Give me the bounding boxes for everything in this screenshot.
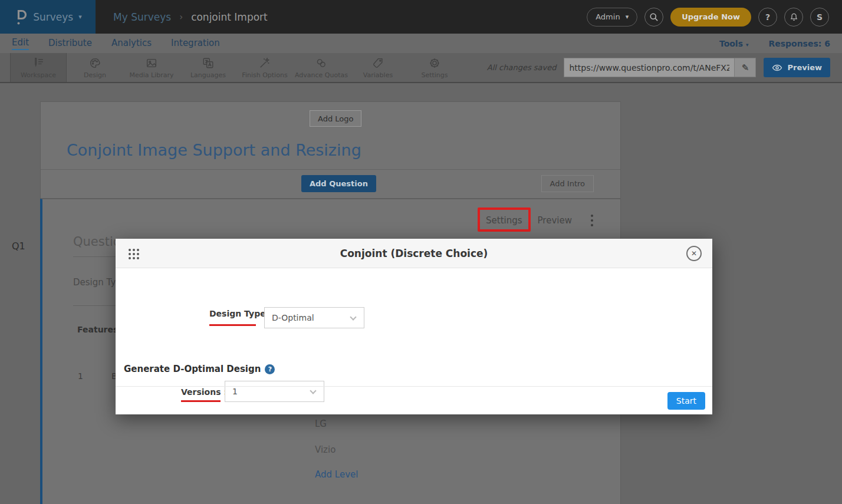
question-controls: Settings Preview xyxy=(486,213,597,228)
features-column-header: Features xyxy=(77,325,118,334)
toolbar-label: Finish Options xyxy=(242,71,287,79)
workspace-icon xyxy=(31,57,45,70)
tab-integration[interactable]: Integration xyxy=(171,38,220,50)
preview-label: Preview xyxy=(787,63,822,72)
breadcrumb-current: conjoint Import xyxy=(191,11,268,23)
toolbar-item-media-library[interactable]: Media Library xyxy=(123,53,180,82)
conjoint-settings-modal: Conjoint (Discrete Choice) ✕ Design Type… xyxy=(116,239,712,414)
search-button[interactable] xyxy=(644,8,663,27)
question-mark-icon: ? xyxy=(765,12,770,22)
modal-body: Design Type D-Optimal Generate D-Optimal… xyxy=(116,268,712,386)
search-icon xyxy=(649,12,659,22)
breadcrumb: My Surveys › conjoint Import xyxy=(113,11,268,23)
header-actions: Admin ▾ Upgrade Now ? xyxy=(587,8,842,27)
chevron-down-icon: ▾ xyxy=(78,13,82,21)
chevron-down-icon: ▾ xyxy=(626,13,629,21)
annotation-underline xyxy=(181,400,221,402)
design-icon xyxy=(88,57,102,70)
modal-header: Conjoint (Discrete Choice) ✕ xyxy=(116,239,712,268)
upgrade-label: Upgrade Now xyxy=(682,12,740,21)
toolbar-item-variables[interactable]: Variables xyxy=(350,53,406,82)
media-library-icon xyxy=(144,57,159,70)
tools-dropdown[interactable]: Tools ▾ xyxy=(719,39,748,48)
toolbar-item-advance-quotas[interactable]: Advance Quotas xyxy=(293,53,350,82)
level-item: LG xyxy=(315,419,327,429)
add-logo-button[interactable]: Add Logo xyxy=(310,110,361,127)
autosave-status: All changes saved xyxy=(487,63,557,72)
toolbar-label: Media Library xyxy=(130,71,174,79)
upgrade-now-button[interactable]: Upgrade Now xyxy=(670,8,751,27)
chevron-down-icon xyxy=(350,314,356,320)
start-label: Start xyxy=(676,396,696,406)
start-button[interactable]: Start xyxy=(667,392,705,410)
tab-distribute[interactable]: Distribute xyxy=(48,38,92,50)
close-icon[interactable]: ✕ xyxy=(686,246,702,261)
bell-icon xyxy=(789,12,799,22)
avatar-initial: S xyxy=(817,12,823,22)
add-question-label: Add Question xyxy=(310,179,368,188)
survey-title[interactable]: Conjoint Image Support and Resizing xyxy=(67,141,361,159)
survey-header-card: Add Logo Conjoint Image Support and Resi… xyxy=(40,101,621,199)
question-settings-button[interactable]: Settings xyxy=(486,215,522,226)
toolbar-label: Languages xyxy=(190,71,226,79)
nav-right: Tools ▾ Responses: 6 xyxy=(719,39,830,48)
toolbar-label: Settings xyxy=(421,71,448,79)
modal-title: Conjoint (Discrete Choice) xyxy=(340,248,488,259)
drag-handle-icon[interactable] xyxy=(129,249,139,259)
toolbar-item-finish-options[interactable]: Finish Options xyxy=(236,53,293,82)
toolbar-item-workspace[interactable]: Workspace xyxy=(10,53,67,82)
notifications-button[interactable] xyxy=(784,8,803,27)
toolbar-label: Design xyxy=(84,71,106,79)
toolbar-label: Workspace xyxy=(21,71,56,79)
add-question-button[interactable]: Add Question xyxy=(301,175,376,192)
kebab-menu-icon[interactable] xyxy=(587,213,597,228)
eye-icon xyxy=(772,64,782,72)
edit-url-button[interactable]: ✎ xyxy=(734,58,755,77)
add-intro-label: Add Intro xyxy=(550,179,585,188)
top-header-bar: Surveys ▾ My Surveys › conjoint Import A… xyxy=(0,0,842,34)
question-preview-button[interactable]: Preview xyxy=(538,215,572,226)
add-level-link[interactable]: Add Level xyxy=(315,469,358,480)
feature-row-number: 1 xyxy=(78,371,83,381)
chevron-down-icon: ▾ xyxy=(746,42,749,48)
pencil-icon: ✎ xyxy=(742,62,749,73)
avatar[interactable]: S xyxy=(810,8,829,27)
tab-analytics[interactable]: Analytics xyxy=(111,38,152,50)
toolbar-item-design[interactable]: Design xyxy=(67,53,123,82)
annotation-underline xyxy=(209,324,256,326)
design-type-value: D-Optimal xyxy=(272,313,314,322)
questionpro-logo-icon xyxy=(14,8,28,26)
generate-design-heading: Generate D-Optimal Design ? xyxy=(124,364,275,374)
level-item: Vizio xyxy=(315,444,336,455)
editor-toolbar: Workspace Design Media Library Languag xyxy=(0,53,842,83)
settings-icon xyxy=(427,57,442,70)
surveys-menu[interactable]: Surveys ▾ xyxy=(0,0,96,34)
brand-label: Surveys xyxy=(33,11,73,23)
add-logo-label: Add Logo xyxy=(318,114,353,123)
question-number-label: Q1 xyxy=(12,241,25,252)
finish-options-icon xyxy=(258,57,272,70)
preview-survey-button[interactable]: Preview xyxy=(764,58,830,77)
add-intro-button[interactable]: Add Intro xyxy=(541,175,594,192)
toolbar-label: Variables xyxy=(363,71,393,79)
toolbar-label: Advance Quotas xyxy=(295,71,348,79)
tools-label: Tools xyxy=(719,39,743,48)
design-type-label: Design Type xyxy=(209,309,266,318)
generate-design-label: Generate D-Optimal Design xyxy=(124,364,261,374)
languages-icon xyxy=(201,57,215,70)
help-icon[interactable]: ? xyxy=(265,364,275,374)
help-button[interactable]: ? xyxy=(758,8,777,27)
survey-nav-bar: Edit Distribute Analytics Integration To… xyxy=(0,34,842,53)
advance-quotas-icon xyxy=(314,57,328,70)
survey-url-box: ✎ xyxy=(564,58,756,77)
breadcrumb-separator-icon: › xyxy=(179,12,183,22)
breadcrumb-my-surveys[interactable]: My Surveys xyxy=(113,11,171,23)
design-type-select[interactable]: D-Optimal xyxy=(264,307,364,328)
tab-edit[interactable]: Edit xyxy=(12,37,29,50)
toolbar-item-languages[interactable]: Languages xyxy=(180,53,236,82)
survey-url-input[interactable] xyxy=(564,58,734,77)
toolbar-right: All changes saved ✎ Preview xyxy=(487,53,842,82)
screen: Surveys ▾ My Surveys › conjoint Import A… xyxy=(0,0,842,504)
toolbar-item-settings[interactable]: Settings xyxy=(406,53,463,82)
admin-dropdown[interactable]: Admin ▾ xyxy=(587,8,637,27)
